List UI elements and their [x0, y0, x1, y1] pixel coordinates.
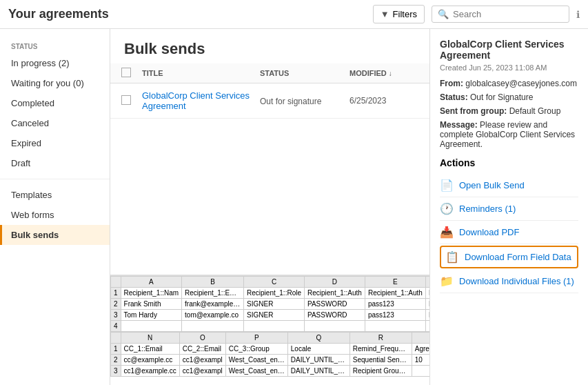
spreadsheet-bottom-cell[interactable]: CC_2::Email — [179, 344, 225, 355]
spreadsheet-bottom-cell[interactable]: CC_1::Email — [121, 344, 179, 355]
panel-sent-from-value: Default Group — [509, 106, 561, 116]
row-check — [121, 95, 142, 107]
spreadsheet-cell[interactable]: tom@example.co — [182, 310, 244, 321]
spreadsheet-bottom-cell[interactable]: West_Coast_en_US — [225, 366, 287, 377]
table-header: TITLE STATUS MODIFIED ↓ — [110, 63, 429, 83]
spreadsheet-bottom-table: NOPQRSTUVW1CC_1::EmailCC_2::EmailCC_3::G… — [110, 332, 429, 377]
actions-list: 📄Open Bulk Send🕐Reminders (1)📥Download P… — [440, 174, 578, 293]
spreadsheet-row: 2Frank Smithfrank@example.ccSIGNERPASSWO… — [111, 299, 430, 310]
spreadsheet-cell[interactable]: SIGNER — [244, 299, 305, 310]
spreadsheet-row: 4 — [111, 321, 430, 332]
center-content: Bulk sends TITLE STATUS MODIFIED ↓ — [110, 29, 429, 385]
panel-status-value: Out for Signature — [470, 92, 533, 102]
spreadsheet-bottom-cell[interactable]: Recipient Group se — [349, 366, 412, 377]
sidebar-item-templates[interactable]: Templates — [0, 185, 110, 205]
spreadsheet-cell[interactable]: SIGNER — [244, 310, 305, 321]
spreadsheet-cell[interactable]: pass123 — [365, 310, 425, 321]
col-header-C: C — [244, 277, 305, 288]
open-bulk-send-icon: 📄 — [440, 179, 454, 192]
col-header-bottom-O: O — [179, 333, 225, 344]
spreadsheet-cell[interactable]: Recipient_1::Auth — [304, 288, 365, 299]
modified-label: MODIFIED — [349, 69, 387, 77]
spreadsheet-cell[interactable]: Recipient_1::Nam — [121, 288, 181, 299]
spreadsheet-bottom-cell[interactable]: Remind_Frequency — [349, 344, 412, 355]
col-header-bottom-N: N — [121, 333, 179, 344]
main-layout: STATUS In progress (2) Waiting for you (… — [0, 29, 588, 385]
spreadsheet-bottom-cell[interactable]: Sequential Send - s — [349, 355, 412, 366]
spreadsheet-bottom-cell[interactable]: DAILY_UNTIL_SIGNED — [287, 355, 349, 366]
spreadsheet-bottom-cell[interactable]: Locale — [287, 344, 349, 355]
action-reminders[interactable]: 🕐Reminders (1) — [440, 197, 578, 221]
col-modified-header: MODIFIED ↓ — [349, 69, 418, 77]
row-num: 4 — [111, 321, 121, 332]
row-num-bottom: 1 — [111, 344, 121, 355]
sidebar-item-waiting[interactable]: Waiting for you (0) — [0, 73, 110, 93]
sidebar-item-in-progress[interactable]: In progress (2) — [0, 53, 110, 73]
spreadsheet-bottom-cell[interactable]: Agreement_Name — [412, 344, 429, 355]
row-num: 1 — [111, 288, 121, 299]
col-header-E: E — [365, 277, 425, 288]
spreadsheet-bottom-cell[interactable]: cc1@example.cc — [121, 366, 179, 377]
sidebar-item-webforms[interactable]: Web forms — [0, 205, 110, 225]
page-title: Your agreements — [8, 7, 366, 21]
sidebar-item-expired[interactable]: Expired — [0, 133, 110, 153]
spreadsheet-bottom-cell[interactable]: CC_3::Group — [225, 344, 287, 355]
col-header-D: D — [304, 277, 365, 288]
spreadsheet-bottom-cell[interactable]: cc1@exampl — [179, 355, 225, 366]
filter-button[interactable]: ▼ Filters — [373, 5, 425, 23]
panel-sent-from-label: Sent from group: — [440, 106, 507, 116]
col-header-bottom- — [111, 333, 121, 344]
sidebar-item-completed[interactable]: Completed — [0, 93, 110, 113]
spreadsheet-bottom-cell[interactable]: cc1@exampl — [179, 366, 225, 377]
spreadsheet-bottom-cell[interactable]: DAILY_UNTIL_SIGNED — [287, 366, 349, 377]
spreadsheet-cell[interactable] — [304, 321, 365, 332]
spreadsheet-bottom-cell[interactable]: 10 — [412, 355, 429, 366]
spreadsheet-bottom-cell[interactable] — [412, 366, 429, 377]
spreadsheet-cell[interactable]: Recipient_1::Emai — [182, 288, 244, 299]
sidebar-item-canceled[interactable]: Canceled — [0, 113, 110, 133]
header-check — [121, 68, 142, 79]
action-open-bulk-send[interactable]: 📄Open Bulk Send — [440, 174, 578, 197]
spreadsheet-cell[interactable]: Tom Hardy — [121, 310, 181, 321]
spreadsheet-cell[interactable] — [365, 321, 425, 332]
sidebar-item-bulksends[interactable]: Bulk sends — [0, 225, 110, 245]
action-download-form-field[interactable]: 📋Download Form Field Data — [440, 246, 578, 268]
spreadsheet-cell[interactable] — [182, 321, 244, 332]
spreadsheet-cell[interactable] — [244, 321, 305, 332]
info-icon[interactable]: ℹ — [576, 9, 580, 20]
col-status-header: STATUS — [260, 69, 349, 77]
spreadsheet-cell[interactable]: Recipient_1::Auth — [365, 288, 425, 299]
col-header-bottom-S: S — [412, 333, 429, 344]
spreadsheet-bottom-cell[interactable]: West_Coast_en_US — [225, 355, 287, 366]
content-heading: Bulk sends — [124, 40, 416, 58]
right-panel: GlobalCorp Client Services Agreement Cre… — [429, 29, 588, 385]
spreadsheet-cell[interactable]: frank@example.cc — [182, 299, 244, 310]
header-checkbox[interactable] — [121, 68, 131, 77]
search-input[interactable] — [453, 9, 549, 19]
spreadsheet-cell[interactable]: PASSWORD — [304, 299, 365, 310]
panel-status: Status: Out for Signature — [440, 92, 578, 102]
row-checkbox[interactable] — [121, 95, 131, 105]
spreadsheet-cell[interactable]: Frank Smith — [121, 299, 181, 310]
spreadsheet-cell[interactable]: pass123 — [365, 299, 425, 310]
sort-icon[interactable]: ↓ — [389, 70, 392, 77]
action-download-individual[interactable]: 📁Download Individual Files (1) — [440, 270, 578, 293]
spreadsheet-bottom-cell[interactable]: cc@example.cc — [121, 355, 179, 366]
spreadsheet-cell[interactable]: PASSWORD — [304, 310, 365, 321]
action-download-pdf[interactable]: 📥Download PDF — [440, 221, 578, 244]
spreadsheet-cell[interactable] — [121, 321, 181, 332]
row-num-bottom: 3 — [111, 366, 121, 377]
panel-message-label: Message: — [440, 120, 478, 130]
panel-sent-from: Sent from group: Default Group — [440, 106, 578, 116]
sidebar-item-draft[interactable]: Draft — [0, 153, 110, 173]
agreement-title-link[interactable]: GlobalCorp Client Services Agreement — [142, 90, 250, 111]
col-header-bottom-R: R — [349, 333, 412, 344]
table-row: GlobalCorp Client Services Agreement Out… — [110, 83, 429, 119]
agreement-title-cell: GlobalCorp Client Services Agreement — [142, 90, 260, 111]
panel-from: From: globalcasey@caseyjones.com — [440, 79, 578, 88]
panel-title: GlobalCorp Client Services Agreement — [440, 39, 578, 61]
col-header-A: A — [121, 277, 181, 288]
reminders-icon: 🕐 — [440, 202, 454, 215]
spreadsheet-preview: ABCDEFGHIJK1Recipient_1::NamRecipient_1:… — [110, 275, 429, 385]
spreadsheet-cell[interactable]: Recipient_1::Role — [244, 288, 305, 299]
